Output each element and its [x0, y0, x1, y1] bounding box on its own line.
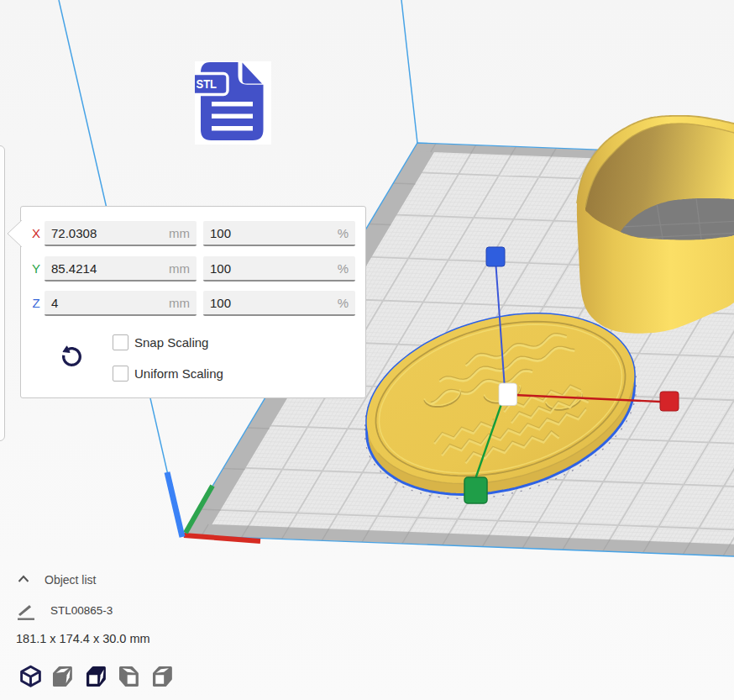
svg-text:STL: STL	[197, 76, 218, 91]
